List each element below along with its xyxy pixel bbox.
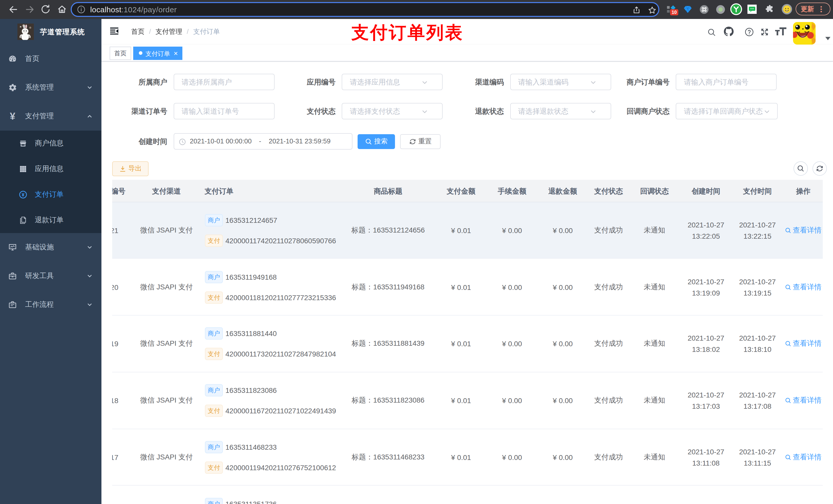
svg-text:¥: ¥ bbox=[22, 192, 25, 197]
